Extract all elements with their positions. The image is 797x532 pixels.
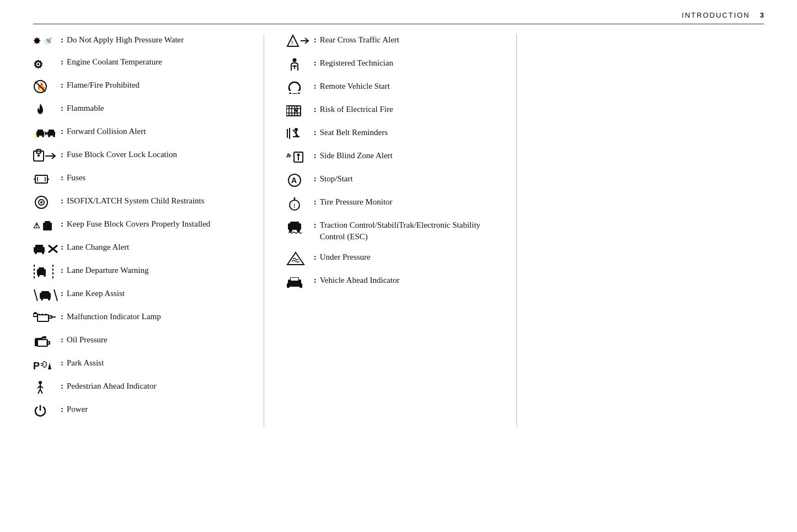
svg-rect-20: [38, 154, 40, 157]
rear-cross-traffic-icon: !: [286, 34, 313, 49]
svg-point-49: [48, 298, 50, 300]
flammable-label: Flammable: [67, 103, 104, 114]
column-3: [517, 34, 764, 427]
svg-point-104: [297, 229, 300, 232]
electrical-fire-label: Risk of Electrical Fire: [320, 104, 393, 115]
list-item: ⚠ : Keep Fuse Block Covers Properly Inst…: [33, 218, 242, 233]
flame-prohibited-label: Flame/Fire Prohibited: [67, 79, 140, 91]
svg-text:🚿: 🚿: [43, 37, 53, 46]
tire-pressure-label: Tire Pressure Monitor: [320, 196, 393, 208]
list-item: : Risk of Electrical Fire: [286, 104, 495, 118]
isofix-label: ISOFIX/LATCH System Child Restraints: [67, 195, 205, 207]
svg-text:n: n: [289, 153, 291, 157]
svg-point-48: [41, 298, 43, 300]
lane-departure-icon: [33, 265, 60, 279]
traction-control-icon: [286, 219, 313, 234]
no-pressure-water-icon: ✸ 🚿: [33, 34, 60, 47]
svg-point-42: [38, 275, 40, 277]
svg-point-9: [37, 135, 39, 137]
no-pressure-water-label: Do Not Apply High Pressure Water: [67, 34, 184, 46]
rear-cross-traffic-label: Rear Cross Traffic Alert: [320, 34, 399, 46]
svg-line-67: [40, 389, 42, 394]
vehicle-ahead-icon: [286, 275, 313, 289]
svg-point-94: [297, 154, 299, 157]
svg-line-45: [34, 289, 38, 301]
list-item: : ISOFIX/LATCH System Child Restraints: [33, 195, 242, 209]
electrical-fire-icon: [286, 104, 313, 118]
flame-prohibited-icon: 🔥: [33, 79, 60, 94]
forward-collision-icon: ⚡: [33, 126, 60, 140]
list-item: : Under Pressure: [286, 251, 495, 266]
svg-rect-108: [287, 283, 290, 288]
svg-rect-31: [43, 223, 52, 230]
list-item: : Vehicle Ahead Indicator: [286, 275, 495, 289]
list-item: : Lane Departure Warning: [33, 265, 242, 279]
svg-rect-47: [41, 291, 49, 294]
svg-point-43: [44, 275, 46, 277]
list-item: : Seat Belt Reminders: [286, 127, 495, 141]
traction-control-label: Traction Control/StabiliTrak/Electronic …: [320, 219, 495, 243]
svg-line-50: [54, 289, 57, 301]
under-pressure-label: Under Pressure: [320, 251, 371, 263]
stop-start-label: Stop/Start: [320, 173, 353, 185]
page-header: INTRODUCTION 3: [33, 11, 764, 24]
pedestrian-icon: [33, 380, 60, 395]
svg-rect-110: [291, 278, 298, 281]
forward-collision-label: Forward Collision Alert: [67, 126, 146, 137]
svg-rect-8: [38, 130, 43, 132]
list-item: : Malfunction Indicator Lamp: [33, 311, 242, 325]
keep-fuse-covers-label: Keep Fuse Block Covers Properly Installe…: [67, 218, 210, 230]
svg-rect-32: [45, 221, 50, 224]
list-item: : Pedestrian Ahead Indicator: [33, 380, 242, 395]
svg-rect-41: [39, 267, 44, 271]
content-area: ✸ 🚿 : Do Not Apply High Pressure Water ⚙…: [33, 34, 764, 427]
side-blind-zone-label: Side Blind Zone Alert: [320, 150, 393, 162]
list-item: ⚙ : Engine Coolant Temperature: [33, 56, 242, 71]
engine-coolant-label: Engine Coolant Temperature: [67, 56, 162, 68]
remote-start-icon: [286, 80, 313, 95]
list-item: ! : Rear Cross Traffic Alert: [286, 34, 495, 49]
svg-rect-53: [38, 315, 49, 321]
svg-rect-77: [286, 106, 301, 116]
list-item: P : Park Assist: [33, 357, 242, 372]
lane-change-icon: [33, 241, 60, 256]
svg-point-62: [39, 381, 42, 384]
list-item: : Lane Change Alert: [33, 241, 242, 256]
page-number: 3: [760, 11, 764, 19]
svg-text:⚠: ⚠: [33, 222, 40, 230]
flammable-icon: [33, 103, 60, 117]
lane-keep-icon: [33, 288, 60, 302]
page: INTRODUCTION 3 ✸ 🚿 : Do Not Apply High P…: [0, 0, 797, 532]
svg-marker-61: [48, 363, 51, 369]
isofix-icon: [33, 195, 60, 209]
park-assist-label: Park Assist: [67, 357, 104, 369]
lane-keep-label: Lane Keep Assist: [67, 288, 125, 299]
list-item: : Flammable: [33, 103, 242, 117]
malfunction-lamp-label: Malfunction Indicator Lamp: [67, 311, 161, 323]
lane-departure-label: Lane Departure Warning: [67, 265, 148, 276]
engine-coolant-icon: ⚙: [33, 56, 60, 71]
fuses-icon: [33, 172, 60, 186]
pedestrian-label: Pedestrian Ahead Indicator: [67, 380, 156, 392]
registered-tech-icon: [286, 57, 313, 72]
list-item: : Registered Technician: [286, 57, 495, 72]
list-item: ! : Tire Pressure Monitor: [286, 196, 495, 211]
column-1: ✸ 🚿 : Do Not Apply High Pressure Water ⚙…: [33, 34, 264, 427]
svg-point-17: [53, 135, 55, 137]
list-item: : Fuse Block Cover Lock Location: [33, 149, 242, 163]
svg-point-71: [292, 58, 296, 62]
fuse-block-lock-icon: [33, 149, 60, 163]
keep-fuse-covers-icon: ⚠: [33, 218, 60, 233]
list-item: A : Stop/Start: [286, 173, 495, 187]
svg-point-36: [42, 252, 44, 254]
remote-start-label: Remote Vehicle Start: [320, 80, 390, 92]
vehicle-ahead-label: Vehicle Ahead Indicator: [320, 275, 400, 286]
park-assist-icon: P: [33, 357, 60, 372]
list-item: A n : Side Blind Zone Alert: [286, 150, 495, 164]
svg-text:P: P: [33, 361, 40, 372]
svg-rect-102: [290, 222, 299, 225]
svg-rect-109: [299, 283, 302, 288]
svg-text:!: !: [293, 202, 296, 209]
fuses-label: Fuses: [67, 172, 85, 184]
list-item: : Fuses: [33, 172, 242, 186]
